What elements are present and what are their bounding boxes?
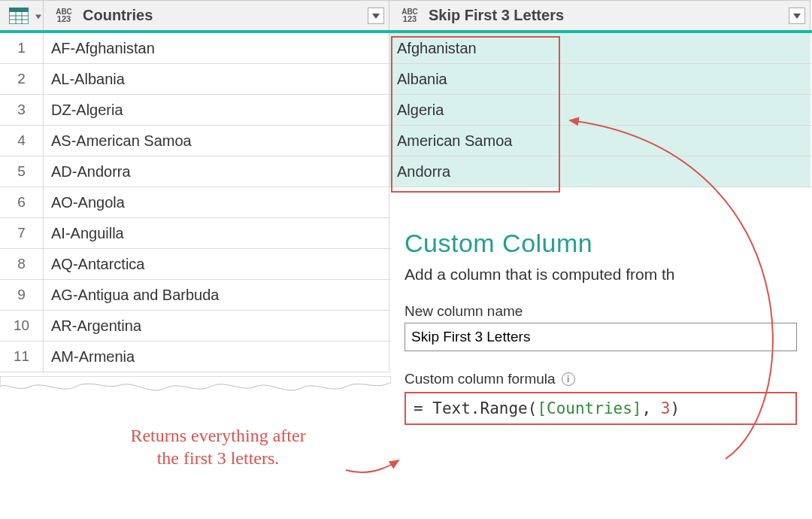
cell-skip-first-3[interactable]: American Samoa	[389, 126, 810, 156]
cell-countries[interactable]: AQ-Antarctica	[44, 249, 389, 279]
cell-countries[interactable]: AF-Afghanistan	[44, 33, 389, 63]
datatype-any-icon: ABC 123	[50, 4, 78, 28]
custom-column-panel: Custom Column Add a column that is compu…	[391, 212, 812, 519]
column-header-label: Skip First 3 Letters	[429, 7, 564, 24]
table-row[interactable]: 4AS-American SamoaAmerican Samoa	[0, 126, 812, 156]
cell-countries[interactable]: AD-Andorra	[44, 156, 389, 187]
formula-label: Custom column formula	[404, 371, 556, 387]
panel-subtitle: Add a column that is computed from th	[404, 266, 797, 284]
cell-countries[interactable]: AS-American Samoa	[44, 126, 389, 156]
table-row[interactable]: 1AF-AfghanistanAfghanistan	[0, 33, 812, 64]
row-number: 1	[0, 33, 44, 63]
row-number: 8	[0, 249, 44, 279]
cell-skip-first-3[interactable]: Andorra	[389, 156, 810, 187]
row-number: 6	[0, 187, 44, 217]
cell-skip-first-3[interactable]: Afghanistan	[389, 33, 810, 63]
cell-countries[interactable]: AM-Armenia	[44, 341, 389, 372]
filter-dropdown[interactable]	[368, 8, 384, 24]
cell-skip-first-3[interactable]: Algeria	[389, 95, 810, 125]
row-number: 4	[0, 126, 44, 156]
filter-dropdown[interactable]	[789, 8, 805, 24]
table-row[interactable]: 5AD-AndorraAndorra	[0, 156, 812, 187]
datatype-any-icon: ABC 123	[395, 4, 424, 28]
row-number: 10	[0, 311, 44, 341]
row-number: 7	[0, 218, 44, 248]
table-row[interactable]: 3DZ-AlgeriaAlgeria	[0, 95, 812, 126]
row-number: 3	[0, 95, 44, 125]
table-row[interactable]: 2AL-AlbaniaAlbania	[0, 64, 812, 95]
annotation-text: Returns everything after the first 3 let…	[75, 424, 361, 469]
svg-rect-1	[9, 8, 29, 12]
column-header-label: Countries	[83, 7, 153, 24]
cell-countries[interactable]: AL-Albania	[44, 64, 389, 94]
new-column-name-input[interactable]	[404, 323, 797, 351]
row-number: 9	[0, 280, 44, 310]
column-header-countries[interactable]: ABC 123 Countries	[44, 0, 389, 30]
torn-edge	[0, 376, 391, 399]
info-icon[interactable]: i	[562, 372, 575, 386]
formula-input[interactable]: = Text.Range([Countries], 3)	[404, 392, 797, 425]
row-number: 5	[0, 156, 44, 187]
new-column-name-label: New column name	[404, 303, 797, 320]
cell-countries[interactable]: AO-Angola	[44, 187, 389, 217]
table-icon	[3, 4, 35, 28]
cell-countries[interactable]: AI-Anguilla	[44, 218, 389, 248]
panel-title: Custom Column	[404, 229, 797, 258]
cell-countries[interactable]: AG-Antigua and Barbuda	[44, 280, 389, 310]
table-selector-cell[interactable]	[0, 0, 44, 30]
column-header-skip-first-3[interactable]: ABC 123 Skip First 3 Letters	[389, 0, 810, 30]
cell-skip-first-3[interactable]: Albania	[389, 64, 810, 94]
cell-countries[interactable]: AR-Argentina	[44, 311, 389, 341]
row-number: 2	[0, 64, 44, 94]
cell-countries[interactable]: DZ-Algeria	[44, 95, 389, 125]
header-row: ABC 123 Countries ABC 123 Skip First 3 L…	[0, 0, 812, 33]
row-number: 11	[0, 341, 44, 372]
table-menu-dropdown[interactable]	[35, 9, 41, 23]
